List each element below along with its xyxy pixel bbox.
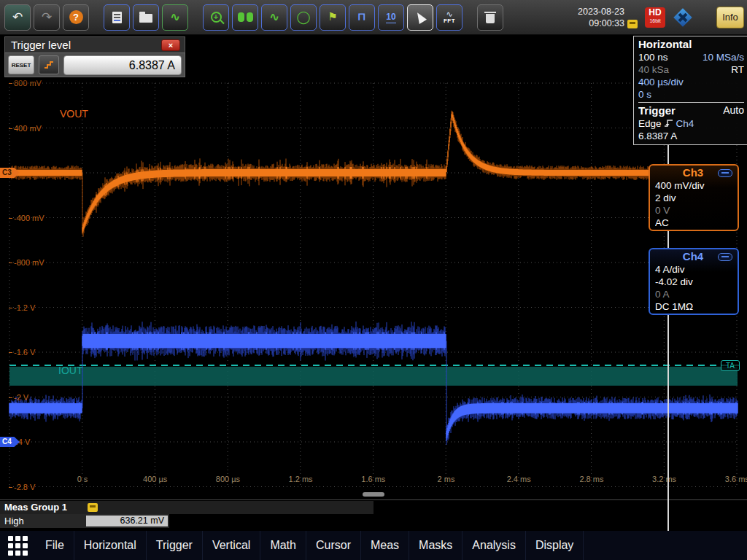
meas-value: 636.21 mV <box>86 516 168 526</box>
dialog-body: RESET 6.8387 A <box>4 52 185 77</box>
apps-menu-button[interactable] <box>8 536 28 556</box>
report-icon <box>112 12 122 23</box>
oscilloscope-screen: ↶ ↷ ? ∿ + ∿ ◯ ⚑ ⊓ 10 ∿FFT 2023-08-23 09:… <box>0 0 747 560</box>
menu-item-analysis[interactable]: Analysis <box>462 531 526 560</box>
select-cursor-button[interactable] <box>407 4 433 31</box>
zoom-icon: + <box>211 12 222 23</box>
date-label: 2023-08-23 <box>568 6 624 18</box>
ch4-position: -4.02 div <box>655 276 732 288</box>
ch3-offset: 0 V <box>655 204 732 217</box>
ch4-badge[interactable]: Ch4 4 A/div -4.02 div 0 A DC 1MΩ <box>649 248 739 315</box>
top-toolbar: ↶ ↷ ? ∿ + ∿ ◯ ⚑ ⊓ 10 ∿FFT 2023-08-23 09:… <box>0 0 747 35</box>
horizontal-position-value: 0 s <box>638 88 651 101</box>
hd-label: HD <box>645 7 665 18</box>
close-button[interactable]: × <box>161 39 180 51</box>
menu-item-trigger[interactable]: Trigger <box>147 531 203 560</box>
pulse-icon: ⊓ <box>357 12 366 23</box>
ch4-coupling: DC 1MΩ <box>655 300 732 313</box>
trigger-source-value: Ch4 <box>676 118 694 129</box>
horizontal-title: Horizontal <box>638 37 692 51</box>
reset-button[interactable]: RESET <box>8 55 34 74</box>
trigger-level-field[interactable]: 6.8387 A <box>63 55 182 75</box>
time-label: 09:00:33 <box>568 18 624 29</box>
datetime[interactable]: 2023-08-23 09:00:33 <box>568 6 624 29</box>
trigger-event-button[interactable]: ⚑ <box>320 4 346 31</box>
ch4-scale: 4 A/div <box>655 263 732 276</box>
menu-item-vertical[interactable]: Vertical <box>203 531 260 560</box>
menu-item-cursor[interactable]: Cursor <box>306 531 361 560</box>
rising-edge-icon <box>664 119 674 128</box>
pattern-icon: 10 <box>386 12 395 23</box>
binoculars-icon <box>238 12 253 22</box>
pulse-button[interactable]: ⊓ <box>349 4 375 31</box>
trigger-title: Trigger <box>638 104 676 117</box>
trigger-type-value: Edge <box>638 118 662 129</box>
info-button[interactable]: Info <box>716 7 744 28</box>
help-icon: ? <box>69 10 83 24</box>
fft-icon: ∿FFT <box>444 10 455 24</box>
timebase-value: 400 µs/div <box>638 76 684 88</box>
delete-button[interactable] <box>477 4 503 31</box>
ch3-badge[interactable]: Ch3 400 mV/div 2 div 0 V AC <box>649 164 739 231</box>
help-button[interactable]: ? <box>63 4 89 31</box>
folder-icon <box>139 14 152 23</box>
redo-icon: ↷ <box>42 11 52 23</box>
trigger-level-dialog: Trigger level × RESET 6.8387 A <box>4 36 185 77</box>
zoom-waveform-icon: ∿ <box>269 11 279 23</box>
ch3-scale: 400 mV/div <box>655 179 732 192</box>
flag-icon: ⚑ <box>328 12 337 23</box>
pattern-button[interactable]: 10 <box>378 4 404 31</box>
save-waveform-button[interactable]: ∿ <box>162 4 188 31</box>
dialog-title-bar[interactable]: Trigger level × <box>4 36 185 52</box>
menu-item-horizontal[interactable]: Horizontal <box>74 531 147 560</box>
menu-item-display[interactable]: Display <box>526 531 584 560</box>
undo-icon: ↶ <box>12 11 23 23</box>
trigger-level-value: 6.8387 A <box>638 130 677 142</box>
horizontal-trigger-panel[interactable]: Horizontal 100 ns10 MSa/s 40 kSaRT 400 µ… <box>633 36 747 145</box>
record-length-value: 40 kSa <box>638 63 669 76</box>
undo-button[interactable]: ↶ <box>4 4 31 31</box>
menu-item-file[interactable]: File <box>36 531 74 560</box>
menu-item-math[interactable]: Math <box>260 531 306 560</box>
trigger-level-tag[interactable]: TA <box>721 360 740 371</box>
ch3-label: Ch3 <box>655 166 718 179</box>
vout-trace-label: VOUT <box>60 108 88 120</box>
measurement-bar: Meas Group 1 High 636.21 mV <box>0 499 747 531</box>
waveform-display[interactable]: 800 mV400 mV-400 mV-800 mV-1.2 V-1.6 V-2… <box>0 35 747 499</box>
zoom-waveform-button[interactable]: ∿ <box>261 4 287 31</box>
ch3-coupling: AC <box>655 217 732 229</box>
collapse-icon[interactable] <box>718 169 732 177</box>
search-button[interactable] <box>232 4 258 31</box>
zoom-button[interactable]: + <box>203 4 229 31</box>
ch4-label: Ch4 <box>655 250 718 263</box>
menu-item-meas[interactable]: Meas <box>361 531 409 560</box>
level-steps-icon <box>43 60 55 70</box>
ch3-position: 2 div <box>655 192 732 204</box>
hd-bits-label: 16bit <box>645 18 665 24</box>
mask-icon: ◯ <box>296 11 310 23</box>
fft-button[interactable]: ∿FFT <box>436 4 462 31</box>
resolution-value: 100 ns <box>638 51 668 63</box>
acquisition-mode-value: RT <box>731 63 744 76</box>
sample-rate-value: 10 MSa/s <box>703 51 744 63</box>
bottom-menu-bar: File Horizontal Trigger Vertical Math Cu… <box>0 531 747 560</box>
save-waveform-icon: ∿ <box>170 11 180 23</box>
collapse-icon[interactable] <box>718 253 732 261</box>
meas-group-header[interactable]: Meas Group 1 <box>0 501 374 514</box>
ch4-offset: 0 A <box>655 288 732 300</box>
menu-item-masks[interactable]: Masks <box>409 531 462 560</box>
iout-trace-label: IOUT <box>58 365 82 376</box>
dialog-title: Trigger level <box>11 39 71 51</box>
horizontal-scroll-indicator[interactable] <box>363 492 384 497</box>
meas-status-icon <box>88 503 98 512</box>
rs-logo <box>673 7 693 28</box>
open-file-button[interactable] <box>133 4 159 31</box>
hd-mode-badge[interactable]: HD 16bit <box>645 7 665 28</box>
redo-button[interactable]: ↷ <box>34 4 60 31</box>
cursor-arrow-icon <box>414 10 427 24</box>
trash-icon <box>486 14 495 23</box>
mask-test-button[interactable]: ◯ <box>290 4 317 31</box>
find-level-button[interactable] <box>39 55 59 74</box>
trigger-mode-value: Auto <box>723 104 744 117</box>
report-button[interactable] <box>104 4 130 31</box>
